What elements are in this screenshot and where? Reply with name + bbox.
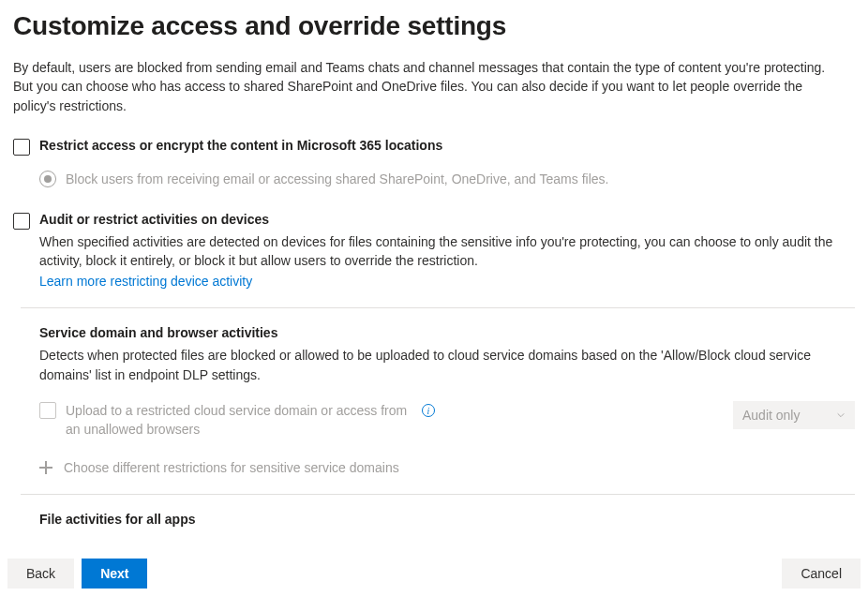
block-users-radio bbox=[39, 171, 56, 187]
footer: Back Next Cancel bbox=[0, 551, 868, 596]
plus-icon bbox=[39, 461, 52, 474]
restrict-access-checkbox[interactable] bbox=[13, 139, 30, 156]
file-activities-title: File activities for all apps bbox=[39, 512, 855, 527]
info-icon[interactable]: i bbox=[422, 404, 435, 417]
audit-only-dropdown: Audit only bbox=[733, 401, 855, 429]
page-intro: By default, users are blocked from sendi… bbox=[13, 58, 838, 115]
next-button[interactable]: Next bbox=[82, 559, 147, 589]
upload-restricted-label: Upload to a restricted cloud service dom… bbox=[66, 401, 412, 440]
back-button[interactable]: Back bbox=[7, 559, 74, 589]
chevron-down-icon bbox=[836, 410, 846, 420]
audit-devices-label: Audit or restrict activities on devices bbox=[39, 212, 855, 227]
learn-more-link[interactable]: Learn more restricting device activity bbox=[39, 274, 252, 289]
restrict-access-label: Restrict access or encrypt the content i… bbox=[39, 138, 442, 153]
audit-devices-checkbox[interactable] bbox=[13, 213, 30, 230]
service-domain-desc: Detects when protected files are blocked… bbox=[39, 346, 846, 384]
dropdown-value: Audit only bbox=[742, 408, 800, 423]
divider bbox=[21, 494, 855, 495]
service-domain-title: Service domain and browser activities bbox=[39, 325, 855, 340]
block-users-radio-label: Block users from receiving email or acce… bbox=[66, 171, 608, 186]
upload-restricted-checkbox bbox=[39, 402, 56, 419]
cancel-button[interactable]: Cancel bbox=[782, 559, 861, 589]
divider bbox=[21, 307, 855, 308]
page-title: Customize access and override settings bbox=[13, 11, 855, 41]
choose-restrictions-label: Choose different restrictions for sensit… bbox=[64, 460, 399, 475]
audit-devices-desc: When specified activities are detected o… bbox=[39, 232, 846, 271]
